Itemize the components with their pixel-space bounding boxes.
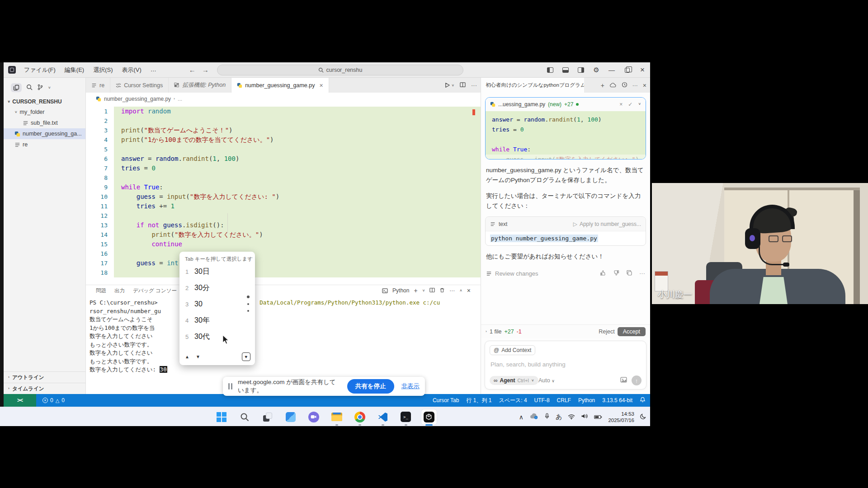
tab-close-icon[interactable]: × (319, 82, 323, 89)
terminal-chevron-down-icon[interactable]: ∨ (422, 289, 425, 292)
code-line[interactable]: 7tries = 0 (86, 164, 481, 173)
remote-indicator[interactable]: >< (4, 394, 36, 407)
chat-more-icon[interactable]: ··· (632, 82, 638, 89)
ime-prev-icon[interactable]: ▲ (185, 354, 189, 359)
status-line-col[interactable]: 行 1、列 1 (466, 397, 491, 404)
reject-all-button[interactable]: Reject (599, 328, 614, 335)
task-view-button[interactable] (260, 409, 275, 425)
panel-tab-problems[interactable]: 問題 (96, 287, 106, 294)
code-line[interactable]: 15 continue (86, 239, 481, 249)
cloud-icon[interactable] (609, 82, 617, 89)
code-line[interactable]: 1import random (86, 107, 481, 116)
vscode-button[interactable] (375, 409, 391, 425)
menu-view[interactable]: 表示(V) (118, 65, 145, 75)
review-changes-button[interactable]: Review changes (495, 270, 538, 277)
ime-candidate-3[interactable]: 3 30 (179, 296, 255, 312)
panel-tab-debug-console[interactable]: デバッグ コンソー (133, 287, 177, 294)
close-panel-icon[interactable]: × (467, 287, 471, 294)
pause-icon[interactable] (228, 383, 232, 389)
status-indent[interactable]: スペース: 4 (499, 397, 527, 404)
model-selector[interactable]: Auto ∨ (538, 377, 555, 384)
code-line[interactable]: 9while True: (86, 183, 481, 192)
search-view-icon[interactable] (26, 84, 33, 92)
diff-expand-icon[interactable]: ∨ (638, 102, 641, 107)
onedrive-icon[interactable] (529, 413, 538, 421)
volume-icon[interactable] (581, 413, 588, 421)
battery-icon[interactable] (594, 413, 602, 421)
taskbar-search-button[interactable] (237, 409, 252, 425)
status-language[interactable]: Python (578, 397, 595, 404)
agent-mode-selector[interactable]: ∞ Agent Ctrl+I ∨ (490, 376, 538, 385)
code-line[interactable]: 18 (86, 268, 481, 277)
tab-extensions-python[interactable]: 拡張機能: Python (169, 78, 231, 93)
night-light-moon-icon[interactable] (640, 413, 646, 421)
thumbs-up-icon[interactable] (600, 270, 606, 277)
ime-dictionary-icon[interactable]: ♥ (242, 352, 250, 361)
kill-terminal-icon[interactable] (439, 287, 445, 294)
ime-next-icon[interactable]: ▼ (196, 354, 200, 359)
code-line[interactable]: 5 (86, 145, 481, 154)
run-python-button[interactable]: ∨ (444, 82, 454, 88)
chat-close-icon[interactable]: × (643, 82, 646, 89)
status-encoding[interactable]: UTF-8 (534, 397, 550, 404)
command-code[interactable]: python number_guessing_game.py (486, 231, 646, 245)
toggle-right-panel-icon[interactable] (573, 62, 589, 78)
editor-more-icon[interactable]: ··· (471, 82, 477, 89)
new-terminal-icon[interactable]: + (414, 287, 417, 294)
widgets-button[interactable] (283, 409, 298, 425)
ime-candidate-1[interactable]: 1 30日 (179, 263, 255, 280)
menu-edit[interactable]: 編集(E) (61, 65, 88, 75)
code-line[interactable]: 10 guess = input("数字を入力してください: ") (86, 192, 481, 202)
ime-candidate-4[interactable]: 4 30年 (179, 312, 255, 328)
code-line[interactable]: 8 (86, 173, 481, 183)
teams-chat-button[interactable] (306, 409, 321, 425)
taskbar-clock[interactable]: 14:53 2025/07/16 (608, 411, 634, 423)
ime-candidate-2[interactable]: 2 30分 (179, 280, 255, 296)
chevron-right-icon[interactable]: › (486, 330, 487, 333)
tree-item-number-guessing[interactable]: number_guessing_ga... (4, 128, 85, 139)
notifications-bell-icon[interactable] (640, 397, 646, 404)
chat-tab[interactable]: 初心者向けのシンプルなpythonプログラム (481, 78, 584, 93)
chat-messages[interactable]: ...uessing_game.py (new) +27 × ✓ ∨ answe… (481, 93, 650, 324)
start-button[interactable] (214, 409, 229, 425)
restore-button[interactable] (619, 62, 635, 78)
tree-item-my-folder[interactable]: ∨ my_folder (4, 107, 85, 117)
breadcrumb-file[interactable]: number_guessing_game.py (104, 96, 171, 102)
ime-mode-indicator[interactable]: あ (556, 413, 562, 421)
terminal-output[interactable]: PS C:\cursor_renshu> Data/Local/Programs… (86, 296, 481, 374)
breadcrumb-more[interactable]: ... (178, 96, 182, 102)
command-search-box[interactable]: cursor_renshu (217, 65, 463, 75)
close-button[interactable]: × (635, 62, 650, 78)
copy-icon[interactable] (626, 270, 632, 277)
panel-tab-output[interactable]: 出力 (114, 287, 125, 294)
code-line[interactable]: 14 print("数字を入力してください。") (86, 230, 481, 239)
stop-sharing-button[interactable]: 共有を停止 (347, 379, 394, 394)
views-chevron-down-icon[interactable]: ∨ (48, 86, 51, 89)
attach-image-icon[interactable] (620, 376, 627, 385)
diff-file-label[interactable]: ...uessing_game.py (498, 101, 545, 108)
send-button[interactable]: ↑ (632, 375, 642, 385)
files-summary[interactable]: 1 file (490, 328, 501, 335)
tree-root[interactable]: ∨ CURSOR_RENSHU (4, 97, 85, 107)
nav-back-icon[interactable]: ← (189, 66, 196, 74)
apply-button[interactable]: ▷ Apply to number_guess... (573, 221, 641, 227)
gear-icon[interactable]: ⚙ (589, 62, 604, 78)
add-context-button[interactable]: @Add Context (490, 345, 535, 355)
tab-re[interactable]: re (86, 78, 110, 93)
tree-item-re[interactable]: re (4, 139, 85, 150)
terminal-shell-label[interactable]: Python (392, 287, 409, 294)
code-line[interactable]: 2 (86, 116, 481, 126)
breadcrumb[interactable]: number_guessing_game.py › ... (86, 93, 481, 105)
problems-indicator[interactable]: × 0 △ 0 (42, 397, 65, 404)
menu-selection[interactable]: 選択(S) (90, 65, 116, 75)
code-line[interactable]: 12 (86, 211, 481, 221)
tray-chevron-up-icon[interactable]: ∧ (519, 413, 524, 421)
code-line[interactable]: 16 (86, 249, 481, 258)
code-editor[interactable]: 1import random2 3print("数当てゲームへようこそ！")4p… (86, 105, 481, 285)
code-line[interactable]: 3print("数当てゲームへようこそ！") (86, 126, 481, 135)
split-terminal-icon[interactable] (429, 287, 435, 294)
file-explorer-button[interactable] (329, 409, 344, 425)
hide-banner-link[interactable]: 非表示 (401, 382, 420, 390)
minimize-button[interactable]: — (604, 62, 619, 78)
tree-item-sub-file[interactable]: sub_file.txt (4, 117, 85, 128)
